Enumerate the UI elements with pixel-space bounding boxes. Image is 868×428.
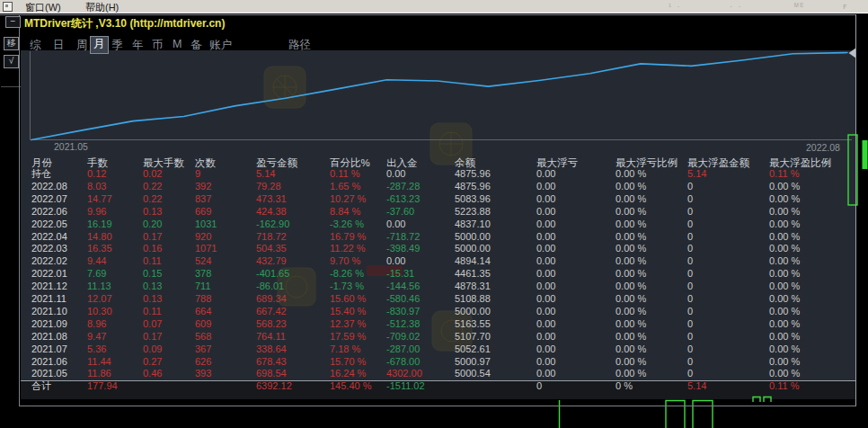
tab-account[interactable]: 账户 bbox=[209, 38, 232, 53]
row-cell: 367 bbox=[195, 343, 211, 356]
row-cell: 5000.00 bbox=[455, 243, 491, 255]
row-cell: 0.00 % bbox=[769, 231, 800, 244]
row-cell: 11.86 bbox=[87, 368, 111, 380]
row-cell: -678.00 bbox=[386, 356, 420, 369]
table-row[interactable]: 2021.1211.130.13711-86.01-1.73 %-144.564… bbox=[25, 281, 861, 293]
row-cell: 0.00 % bbox=[616, 293, 646, 306]
table-row[interactable]: 2021.1010.300.11664667.4215.40 %-830.975… bbox=[25, 306, 861, 318]
x-axis-label-end: 2022.08 bbox=[806, 142, 840, 153]
row-cell: 12.07 bbox=[87, 293, 112, 306]
table-row[interactable]: 2021.075.360.09367338.647.18 %-287.00505… bbox=[25, 343, 861, 356]
row-cell: 0.00 bbox=[536, 168, 555, 181]
panel-border-left bbox=[19, 14, 20, 406]
table-row[interactable]: 2021.1112.070.13788689.3415.60 %-580.465… bbox=[25, 293, 861, 306]
row-cell: 0.00 bbox=[536, 306, 555, 318]
row-cell: 0 bbox=[687, 331, 693, 343]
row-cell: 4875.96 bbox=[455, 181, 491, 193]
row-month: 2021.08 bbox=[31, 331, 67, 343]
row-month: 2022.03 bbox=[31, 243, 67, 255]
row-cell: 0.46 bbox=[143, 368, 162, 380]
tab-quarter[interactable]: 季 bbox=[111, 38, 123, 53]
table-row[interactable]: 2022.0414.800.17920718.7216.79 %-718.725… bbox=[25, 231, 861, 244]
row-cell: 0.00 % bbox=[769, 343, 800, 356]
row-month: 持仓 bbox=[31, 168, 51, 181]
tab-m[interactable]: M bbox=[173, 38, 182, 50]
row-cell: 16.24 % bbox=[330, 368, 366, 380]
row-cell: 473.31 bbox=[256, 193, 287, 206]
tab-week[interactable]: 周 bbox=[76, 38, 88, 53]
row-cell: 0.13 bbox=[143, 293, 162, 306]
row-cell: 14.77 bbox=[87, 193, 112, 206]
table-row[interactable]: 2022.0316.350.161071504.3511.22 %-398.49… bbox=[25, 243, 861, 255]
row-cell: 0.12 bbox=[87, 168, 106, 181]
tab-day[interactable]: 日 bbox=[53, 38, 65, 53]
row-cell: 669 bbox=[195, 206, 211, 218]
row-cell: 0.00 % bbox=[616, 281, 646, 293]
table-row[interactable]: 持仓0.120.0295.140.11 %0.004875.960.000.00… bbox=[25, 168, 861, 181]
table-row[interactable]: 2021.098.960.07609568.2312.37 %-512.3851… bbox=[25, 318, 861, 331]
row-cell: 0.00 % bbox=[616, 356, 646, 369]
row-cell: 698.54 bbox=[256, 368, 287, 380]
row-cell: -15.31 bbox=[386, 268, 414, 281]
row-cell: 5163.55 bbox=[455, 318, 491, 331]
row-cell: 0.00 bbox=[536, 281, 555, 293]
row-cell: 718.72 bbox=[256, 231, 287, 244]
row-cell: -8.26 % bbox=[330, 268, 364, 281]
row-cell: 11.44 bbox=[87, 356, 111, 369]
move-button[interactable]: 移 bbox=[4, 37, 19, 50]
row-cell: 0.17 bbox=[143, 331, 162, 343]
row-cell: 568 bbox=[195, 331, 211, 343]
tab-path[interactable]: 路径 bbox=[288, 38, 311, 53]
row-cell: 1071 bbox=[195, 243, 217, 255]
table-row-total[interactable]: 合计177.946392.12145.40 %-1511.0200 %5.140… bbox=[25, 380, 861, 393]
row-cell: 0.00 bbox=[536, 293, 555, 306]
row-cell: -3.26 % bbox=[330, 218, 364, 231]
table-row[interactable]: 2022.088.030.2239279.281.65 %-287.284875… bbox=[25, 181, 861, 193]
row-cell: 0.00 % bbox=[616, 368, 646, 380]
tab-year[interactable]: 年 bbox=[132, 38, 144, 53]
table-row[interactable]: 2022.0714.770.22837473.3110.27 %-613.235… bbox=[25, 193, 861, 206]
row-month: 2022.08 bbox=[31, 181, 67, 193]
table-row[interactable]: 2021.0511.860.46393698.5416.24 %4302.005… bbox=[25, 368, 861, 380]
row-cell: 16.79 % bbox=[330, 231, 366, 244]
row-cell: 0.00 bbox=[536, 255, 555, 268]
tab-summary[interactable]: 综 bbox=[30, 38, 41, 53]
x-axis-label-start: 2021.05 bbox=[54, 141, 88, 152]
row-cell: 0.02 bbox=[143, 168, 162, 181]
check-button[interactable]: √ bbox=[4, 55, 19, 68]
row-cell: 0.00 % bbox=[616, 206, 646, 218]
table-row[interactable]: 2022.069.960.13669424.388.84 %-37.605223… bbox=[25, 206, 861, 218]
row-cell: 0.11 % bbox=[769, 380, 799, 393]
row-cell: 0.00 bbox=[536, 231, 555, 244]
tab-note[interactable]: 备 bbox=[190, 38, 202, 53]
row-cell: 5000.00 bbox=[455, 306, 491, 318]
tab-currency[interactable]: 币 bbox=[152, 38, 164, 53]
row-cell: 0.00 bbox=[536, 181, 555, 193]
app-icon[interactable] bbox=[3, 2, 13, 12]
row-cell: 0.00 % bbox=[616, 243, 646, 255]
row-cell: 0 bbox=[687, 231, 693, 244]
row-cell: 0.00 % bbox=[769, 181, 800, 193]
row-cell: 16.19 bbox=[87, 218, 112, 231]
tab-month[interactable]: 月 bbox=[90, 36, 109, 54]
row-cell: 15.60 % bbox=[330, 293, 366, 306]
row-cell: 0.09 bbox=[143, 343, 162, 356]
table-row[interactable]: 2021.089.470.17568764.1117.59 %-709.0251… bbox=[25, 331, 861, 343]
table-row[interactable]: 2022.017.690.15378-401.65-8.26 %-15.3144… bbox=[25, 268, 861, 281]
row-cell: 0 bbox=[687, 356, 693, 369]
row-cell: 4461.35 bbox=[455, 268, 491, 281]
table-row[interactable]: 2022.0516.190.201031-162.90-3.26 %0.0048… bbox=[25, 218, 861, 231]
row-cell: -144.56 bbox=[386, 281, 420, 293]
row-cell: 609 bbox=[195, 318, 211, 331]
row-cell: 8.84 % bbox=[330, 206, 360, 218]
table-row[interactable]: 2021.0611.440.27626678.4315.70 %-678.005… bbox=[25, 356, 861, 369]
minimize-button[interactable]: − bbox=[5, 16, 21, 28]
row-cell: 0.11 bbox=[143, 306, 162, 318]
row-cell: 0.00 bbox=[536, 206, 555, 218]
row-cell: 5223.88 bbox=[455, 206, 491, 218]
row-cell: 0.00 % bbox=[616, 318, 646, 331]
row-cell: 9.96 bbox=[87, 206, 106, 218]
table-row[interactable]: 2022.029.440.11524432.799.70 %0.004894.1… bbox=[25, 255, 861, 268]
row-cell: 0.00 % bbox=[616, 255, 646, 268]
row-cell: 0.00 % bbox=[769, 306, 800, 318]
